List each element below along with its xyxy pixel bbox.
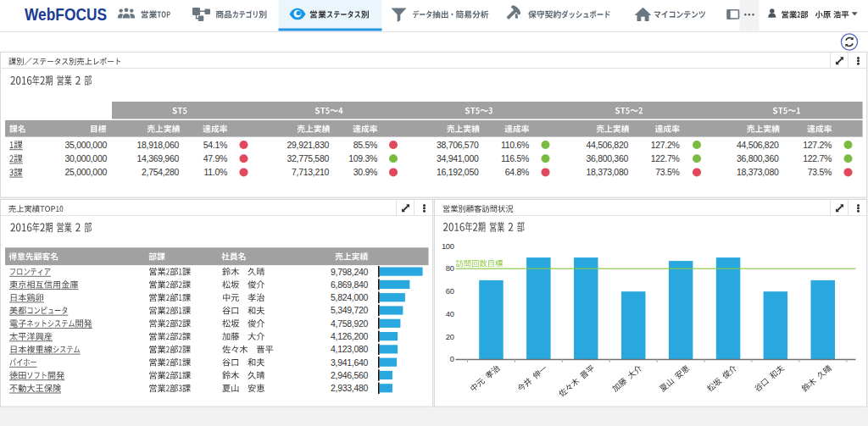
svg-text:122.7%: 122.7%	[803, 153, 832, 163]
svg-text:127.2%: 127.2%	[803, 140, 832, 150]
svg-text:18,373,080: 18,373,080	[586, 167, 628, 177]
svg-text:WebFOCUS: WebFOCUS	[25, 4, 107, 24]
svg-text:32,775,580: 32,775,580	[287, 153, 329, 163]
svg-text:35,000,000: 35,000,000	[64, 140, 107, 150]
svg-text:4,123,080: 4,123,080	[331, 344, 368, 354]
svg-text:5,349,720: 5,349,720	[331, 305, 368, 315]
svg-text:73.5%: 73.5%	[808, 167, 832, 177]
svg-text:44,506,820: 44,506,820	[737, 140, 779, 150]
svg-text:3,941,640: 3,941,640	[331, 357, 368, 368]
svg-text:2,933,480: 2,933,480	[331, 383, 368, 393]
svg-text:11.0%: 11.0%	[204, 167, 228, 177]
svg-text:44,506,820: 44,506,820	[586, 140, 628, 150]
svg-text:25,000,000: 25,000,000	[64, 167, 107, 177]
svg-text:16,192,050: 16,192,050	[437, 167, 479, 177]
svg-text:18,373,080: 18,373,080	[737, 167, 779, 177]
svg-text:4,126,200: 4,126,200	[331, 331, 368, 341]
svg-text:30.9%: 30.9%	[353, 167, 377, 177]
svg-text:0: 0	[450, 354, 454, 363]
svg-text:38,706,570: 38,706,570	[437, 140, 479, 150]
svg-text:100: 100	[442, 241, 454, 251]
svg-text:36,800,360: 36,800,360	[586, 153, 628, 163]
svg-text:47.9%: 47.9%	[203, 153, 227, 163]
svg-text:29,921,830: 29,921,830	[287, 140, 329, 150]
svg-text:5,824,000: 5,824,000	[331, 292, 368, 302]
svg-text:34,941,000: 34,941,000	[437, 153, 479, 163]
svg-text:122.7%: 122.7%	[651, 153, 680, 163]
svg-text:116.5%: 116.5%	[501, 153, 529, 163]
svg-text:14,369,960: 14,369,960	[136, 153, 179, 163]
svg-text:6,869,840: 6,869,840	[331, 279, 368, 290]
svg-text:20: 20	[446, 332, 454, 341]
svg-text:9,798,240: 9,798,240	[331, 267, 368, 277]
svg-text:80: 80	[446, 263, 454, 273]
svg-text:60: 60	[446, 286, 454, 296]
svg-text:64.8%: 64.8%	[505, 167, 529, 177]
svg-text:73.5%: 73.5%	[655, 167, 679, 177]
svg-text:85.5%: 85.5%	[353, 140, 377, 150]
svg-text:18,918,060: 18,918,060	[136, 140, 179, 150]
svg-text:40: 40	[446, 309, 454, 318]
svg-text:109.3%: 109.3%	[348, 153, 377, 163]
svg-text:7,713,210: 7,713,210	[292, 167, 329, 177]
svg-text:2,754,280: 2,754,280	[142, 167, 179, 177]
svg-text:54.1%: 54.1%	[203, 140, 227, 150]
svg-text:2,946,560: 2,946,560	[331, 370, 368, 380]
svg-text:30,000,000: 30,000,000	[64, 153, 107, 163]
svg-text:36,800,360: 36,800,360	[737, 153, 779, 163]
svg-text:127.2%: 127.2%	[651, 140, 680, 150]
svg-text:110.6%: 110.6%	[501, 140, 529, 150]
svg-text:4,758,920: 4,758,920	[331, 318, 368, 329]
